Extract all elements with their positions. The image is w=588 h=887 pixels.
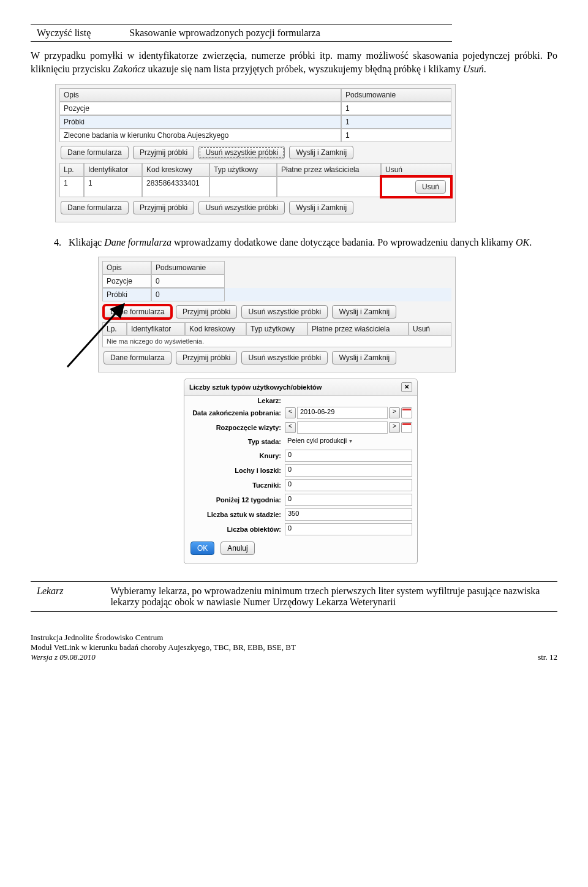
col-typ-2: Typ użytkowy bbox=[246, 322, 307, 336]
ok-button[interactable]: OK bbox=[190, 542, 214, 555]
wyslij-zamknij-button-3[interactable]: Wyslij i Zamknij bbox=[332, 305, 396, 319]
paragraph-intro: W przypadku pomyłki w identyfikatorze zw… bbox=[31, 49, 557, 75]
col-kod-kreskowy: Kod kreskowy bbox=[142, 163, 209, 176]
usun-wszystkie-button-3[interactable]: Usuń wszystkie próbki bbox=[241, 305, 328, 319]
row-pozycje-label-2: Pozycje bbox=[102, 274, 151, 288]
screenshot-summary-empty: Opis Podsumowanie Pozycje 0 Próbki 0 Dan… bbox=[98, 257, 456, 372]
s4-dane-formularza: Dane formularza bbox=[104, 237, 172, 247]
row-zlecone-value: 1 bbox=[341, 129, 451, 142]
col-platne: Płatne przez właściciela bbox=[277, 163, 381, 176]
label-typ-stada: Typ stada: bbox=[189, 438, 285, 445]
s4-c: wprowadzamy dodatkowe dane dotyczące bad… bbox=[172, 237, 516, 247]
s4-a: Klikając bbox=[69, 237, 104, 247]
input-ponizej12[interactable]: 0 bbox=[285, 494, 412, 506]
lekarz-label: Lekarz bbox=[31, 581, 104, 611]
row-probki-value: 1 bbox=[341, 115, 451, 129]
col-typ-uzytkowy: Typ użytkowy bbox=[209, 163, 277, 176]
cell-kod: 2835864333401 bbox=[142, 176, 209, 197]
lekarz-definition-table: Lekarz Wybieramy lekarza, po wprowadzeni… bbox=[31, 581, 557, 612]
p1-zakoncz: Zakończ bbox=[113, 64, 145, 74]
input-liczba-obiektow[interactable]: 0 bbox=[285, 523, 412, 535]
dane-formularza-button-2[interactable]: Dane formularza bbox=[61, 201, 129, 214]
clear-list-desc: Skasowanie wprowadzonych pozycji formula… bbox=[123, 25, 452, 42]
przyjmij-probki-button[interactable]: Przyjmij próbki bbox=[133, 146, 194, 159]
wyslij-zamknij-button[interactable]: Wyslij i Zamknij bbox=[289, 146, 353, 159]
label-rozpoczecie: Rozpoczęcie wizyty: bbox=[189, 424, 285, 431]
footer-version: Wersja z 09.08.2010 bbox=[31, 652, 96, 662]
date2-prev-button[interactable]: < bbox=[285, 422, 296, 433]
label-ponizej12: Poniżej 12 tygodnia: bbox=[189, 496, 285, 504]
lekarz-desc: Wybieramy lekarza, po wprowadzeniu minim… bbox=[104, 581, 557, 611]
dialog-liczby-sztuk: Liczby sztuk typów użytkowych/obiektów ✕… bbox=[184, 379, 418, 564]
cell-typ bbox=[209, 176, 277, 197]
p1-text-e: . bbox=[484, 64, 486, 74]
usun-wszystkie-button-4[interactable]: Usuń wszystkie próbki bbox=[241, 351, 328, 364]
footer-line-2: Moduł VetLink w kierunku badań choroby A… bbox=[31, 643, 557, 652]
przyjmij-probki-button-2[interactable]: Przyjmij próbki bbox=[133, 201, 194, 214]
summary-header: Opis Podsumowanie bbox=[59, 88, 451, 102]
col-opis-2: Opis bbox=[102, 261, 151, 274]
col-pl-2: Płatne przez właściciela bbox=[307, 322, 409, 336]
chevron-down-icon: ▾ bbox=[349, 437, 352, 444]
date-next-button[interactable]: > bbox=[389, 407, 400, 418]
col-usun: Usuń bbox=[381, 163, 451, 176]
row-probki-value-2: 0 bbox=[151, 288, 225, 301]
usun-wszystkie-button[interactable]: Usuń wszystkie próbki bbox=[198, 146, 285, 159]
cell-platne bbox=[277, 176, 381, 197]
wyslij-zamknij-button-4[interactable]: Wyslij i Zamknij bbox=[332, 351, 396, 364]
wyslij-zamknij-button-2[interactable]: Wyslij i Zamknij bbox=[289, 201, 353, 214]
calendar-icon-2[interactable] bbox=[401, 422, 412, 433]
screenshot-summary-usun: Opis Podsumowanie Pozycje 1 Próbki 1 Zle… bbox=[55, 84, 456, 222]
button-row-top: Dane formularza Przyjmij próbki Usuń wsz… bbox=[59, 142, 451, 163]
col-opis: Opis bbox=[59, 88, 341, 102]
dane-formularza-button-4[interactable]: Dane formularza bbox=[104, 351, 172, 364]
przyjmij-probki-button-3[interactable]: Przyjmij próbki bbox=[176, 305, 237, 319]
usun-wszystkie-button-2[interactable]: Usuń wszystkie próbki bbox=[198, 201, 285, 214]
close-icon[interactable]: ✕ bbox=[401, 382, 412, 392]
s4-e: . bbox=[529, 237, 532, 247]
p1-text-c: ukazuje się nam lista przyjętych próbek,… bbox=[146, 64, 464, 74]
col-id-2: Identyfikator bbox=[127, 322, 185, 336]
clear-list-label: Wyczyść listę bbox=[31, 25, 123, 42]
label-knury: Knury: bbox=[189, 452, 285, 459]
label-liczba-obiektow: Liczba obiektów: bbox=[189, 526, 285, 533]
przyjmij-probki-button-4[interactable]: Przyjmij próbki bbox=[176, 351, 237, 364]
input-knury[interactable]: 0 bbox=[285, 450, 412, 462]
s4-ok: OK bbox=[516, 237, 529, 247]
label-lekarz: Lekarz: bbox=[189, 397, 285, 404]
col-lp: Lp. bbox=[59, 163, 84, 176]
dane-formularza-button[interactable]: Dane formularza bbox=[61, 146, 129, 159]
step-number: 4. bbox=[54, 236, 69, 249]
row-probki-label-2: Próbki bbox=[102, 288, 151, 301]
row-pozycje-value-2: 0 bbox=[151, 274, 225, 288]
cell-lp: 1 bbox=[59, 176, 84, 197]
input-lochy[interactable]: 0 bbox=[285, 464, 412, 477]
top-definition-table: Wyczyść listę Skasowanie wprowadzonych p… bbox=[31, 25, 452, 42]
calendar-icon[interactable] bbox=[401, 407, 412, 418]
col-pod-2: Podsumowanie bbox=[151, 261, 225, 274]
input-tuczniki[interactable]: 0 bbox=[285, 479, 412, 491]
date-prev-button[interactable]: < bbox=[285, 407, 296, 418]
empty-message: Nie ma niczego do wyświetlenia. bbox=[102, 336, 451, 347]
input-liczba-sztuk[interactable]: 350 bbox=[285, 508, 412, 521]
dane-formularza-button-hl[interactable]: Dane formularza bbox=[104, 305, 172, 319]
usun-cell-highlight: Usuń bbox=[381, 176, 451, 197]
usun-row-button[interactable]: Usuń bbox=[415, 180, 446, 194]
col-us-2: Usuń bbox=[409, 322, 451, 336]
typ-stada-value: Pełen cykl produkcji bbox=[287, 437, 347, 444]
col-kod-2: Kod kreskowy bbox=[185, 322, 246, 336]
label-lochy: Lochy i loszki: bbox=[189, 467, 285, 474]
anuluj-button[interactable]: Anuluj bbox=[221, 542, 254, 555]
page-footer: Instrukcja Jednolite Środowisko Centrum … bbox=[31, 633, 557, 663]
col-identyfikator: Identyfikator bbox=[84, 163, 142, 176]
footer-page-number: str. 12 bbox=[538, 652, 557, 662]
dialog-title-text: Liczby sztuk typów użytkowych/obiektów bbox=[189, 383, 322, 391]
col-lp-2: Lp. bbox=[102, 322, 127, 336]
step-4: 4. Klikając Dane formularza wprowadzamy … bbox=[54, 236, 557, 249]
date2-next-button[interactable]: > bbox=[389, 422, 400, 433]
footer-line-1: Instrukcja Jednolite Środowisko Centrum bbox=[31, 633, 557, 643]
input-data-zak[interactable]: 2010-06-29 bbox=[297, 407, 388, 419]
select-typ-stada[interactable]: Pełen cykl produkcji▾ bbox=[285, 436, 412, 447]
p1-usun: Usuń bbox=[463, 64, 484, 74]
input-rozpoczecie[interactable] bbox=[297, 421, 388, 434]
